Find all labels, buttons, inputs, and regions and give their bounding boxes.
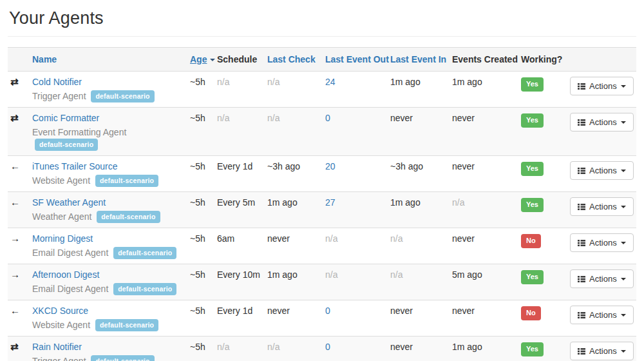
agent-last-check: ~3h ago — [266, 156, 324, 192]
agent-age: ~5h — [189, 337, 216, 361]
agent-type-label: Website Agent — [32, 175, 93, 186]
icon-column-header — [8, 48, 31, 72]
actions-button[interactable]: Actions — [570, 197, 634, 216]
th-list-icon — [578, 119, 585, 126]
exchange-arrows-icon: ⇄ — [9, 112, 19, 123]
right-arrow-icon: → — [9, 233, 20, 244]
scenario-badge[interactable]: default-scenario — [91, 355, 154, 361]
actions-button[interactable]: Actions — [570, 342, 634, 360]
agent-last-event-out: never — [389, 300, 451, 337]
title-divider — [8, 36, 636, 37]
actions-button[interactable]: Actions — [570, 269, 634, 288]
table-header-row: NameAgeScheduleLast CheckLast Event OutL… — [8, 48, 636, 72]
table-row: ← iTunes Trailer Source Website Agent de… — [8, 156, 636, 192]
th-list-icon — [578, 275, 585, 283]
column-header-working: Working? — [520, 48, 569, 72]
chevron-down-icon — [621, 278, 626, 280]
scenario-badge[interactable]: default-scenario — [91, 90, 154, 102]
agent-events-created[interactable]: 27 — [325, 197, 336, 208]
scenario-badge[interactable]: default-scenario — [35, 139, 98, 151]
agent-last-event-out: ~3h ago — [389, 156, 451, 192]
column-header-name: Name — [31, 48, 189, 72]
actions-button[interactable]: Actions — [570, 233, 634, 252]
chevron-down-icon — [621, 314, 626, 317]
agent-last-event-in: 5m ago — [452, 269, 482, 280]
actions-button[interactable]: Actions — [570, 306, 634, 324]
agent-name-link[interactable]: SF Weather Agent — [32, 197, 106, 208]
agent-schedule: n/a — [216, 108, 266, 156]
left-arrow-icon: ← — [9, 161, 20, 171]
column-header-events-created: Events Created — [451, 48, 520, 72]
chevron-down-icon — [621, 206, 626, 208]
actions-button-label: Actions — [589, 310, 617, 320]
exchange-arrows-icon: ⇄ — [9, 76, 19, 87]
agent-age: ~5h — [189, 72, 216, 108]
actions-button[interactable]: Actions — [570, 113, 634, 132]
actions-button-label: Actions — [589, 202, 617, 211]
table-row: ⇄ Rain Notifier Trigger Agent default-sc… — [8, 337, 636, 361]
scenario-badge[interactable]: default-scenario — [113, 247, 176, 259]
agent-name-link[interactable]: Afternoon Digest — [32, 269, 99, 280]
agent-schedule: 6am — [216, 228, 266, 264]
agent-age: ~5h — [189, 192, 216, 228]
left-arrow-icon: ← — [9, 197, 20, 208]
agent-last-event-out: 1m ago — [389, 72, 451, 108]
scenario-badge[interactable]: default-scenario — [113, 283, 176, 295]
agent-name-link[interactable]: Comic Formatter — [32, 113, 99, 123]
agent-schedule: Every 5m — [216, 192, 266, 228]
table-row: → Afternoon Digest Email Digest Agent de… — [8, 264, 636, 300]
agent-events-created[interactable]: 0 — [325, 342, 330, 352]
right-arrow-icon: → — [9, 269, 20, 280]
scenario-badge[interactable]: default-scenario — [95, 175, 158, 187]
agent-type-label: Website Agent — [32, 320, 93, 330]
actions-button[interactable]: Actions — [570, 161, 634, 180]
agent-name-link[interactable]: Rain Notifier — [32, 342, 82, 352]
agent-schedule: Every 10m — [216, 264, 266, 300]
working-badge: Yes — [521, 270, 544, 284]
column-header-last-event-out: Last Event Out — [324, 48, 389, 72]
agent-schedule: Every 1d — [216, 156, 266, 192]
th-list-icon — [578, 347, 585, 355]
agent-schedule: Every 1d — [216, 300, 266, 337]
agent-last-check: n/a — [266, 72, 324, 108]
actions-button[interactable]: Actions — [570, 77, 634, 95]
actions-button-label: Actions — [589, 274, 617, 284]
agent-name-link[interactable]: Morning Digest — [32, 233, 93, 244]
agent-events-created: n/a — [325, 233, 337, 244]
agent-age: ~5h — [189, 228, 216, 264]
agent-age: ~5h — [189, 156, 216, 192]
agent-name-link[interactable]: iTunes Trailer Source — [32, 161, 118, 171]
table-row: → Morning Digest Email Digest Agent defa… — [8, 228, 636, 264]
working-badge: Yes — [521, 342, 544, 356]
actions-button-label: Actions — [589, 238, 617, 248]
th-list-icon — [578, 311, 585, 319]
scenario-badge[interactable]: default-scenario — [95, 319, 158, 331]
agent-last-check: never — [266, 228, 324, 264]
agent-last-event-in: never — [452, 113, 475, 123]
column-header-last-check: Last Check — [266, 48, 324, 72]
agent-events-created[interactable]: 0 — [325, 113, 330, 123]
column-header-age: Age — [189, 48, 216, 72]
agent-events-created[interactable]: 20 — [325, 161, 336, 171]
agent-events-created[interactable]: 0 — [325, 306, 330, 316]
agent-last-event-out: never — [389, 337, 451, 361]
th-list-icon — [578, 167, 585, 175]
agent-name-link[interactable]: Cold Notifier — [32, 77, 82, 87]
agent-last-event-out: n/a — [389, 264, 451, 300]
agent-last-check: n/a — [266, 337, 324, 361]
working-badge: Yes — [521, 162, 544, 176]
agent-name-link[interactable]: XKCD Source — [32, 306, 88, 316]
actions-button-label: Actions — [589, 117, 617, 127]
agents-table-body: ⇄ Cold Notifier Trigger Agent default-sc… — [8, 72, 636, 361]
left-arrow-icon: ← — [9, 305, 20, 316]
agent-events-created[interactable]: 24 — [325, 77, 336, 87]
chevron-down-icon — [621, 170, 626, 172]
working-badge: Yes — [521, 198, 544, 212]
agent-last-check: never — [266, 300, 324, 337]
actions-column-header — [569, 48, 636, 72]
chevron-down-icon — [621, 121, 626, 124]
agent-last-event-out: 1m ago — [389, 192, 451, 228]
column-header-schedule: Schedule — [216, 48, 266, 72]
scenario-badge[interactable]: default-scenario — [97, 211, 160, 223]
agent-last-event-out: n/a — [389, 228, 451, 264]
